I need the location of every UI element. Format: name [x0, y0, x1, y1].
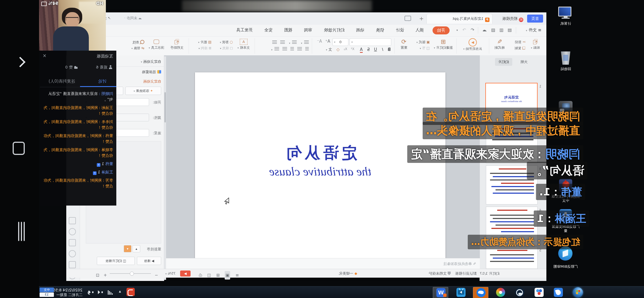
ribbon-tab-animation[interactable]: 动画	[356, 28, 364, 33]
taskbar-app-wps[interactable]: W	[433, 287, 448, 298]
feedback-balloon-icon[interactable]	[404, 16, 411, 21]
underline-button[interactable]: U	[374, 47, 377, 52]
desktop-icon-recycle-bin[interactable]: 回收站	[551, 51, 580, 71]
add-effect-button[interactable]: ✦ 添加效果 ▾	[125, 87, 161, 95]
volume-icon[interactable]	[89, 290, 93, 294]
taskbar-app-classroom[interactable]	[453, 287, 468, 298]
reading-view-button[interactable]: ◫	[207, 271, 211, 280]
new-tab-button[interactable]: +	[419, 15, 424, 22]
more-caret-icon[interactable]: ▾	[456, 29, 458, 32]
bullet-numbering-row[interactable]: ▾ ▾	[257, 40, 309, 45]
zoom-in-button[interactable]: +	[103, 271, 107, 280]
copy-button[interactable]: ❏ 复制	[515, 46, 525, 50]
tab-mic-list[interactable]: 连麦列表(0人)	[49, 79, 75, 84]
play-from-current-button[interactable]: ▶ 从当前开始 ▾	[459, 38, 486, 51]
taskbar-app-thunder[interactable]	[551, 287, 565, 298]
reorder-up-button[interactable]: ▴	[133, 245, 140, 252]
arrange-button[interactable]: ≣ 排列 ▾	[199, 46, 211, 51]
taskbar-app-browser-dark[interactable]	[512, 287, 527, 298]
taskbar-app-360-browser[interactable]	[493, 287, 508, 298]
present-tools-button[interactable]: 🖵演示工具 ▾	[148, 38, 165, 50]
image-button[interactable]: ▤ 图片 ▾	[198, 40, 211, 45]
ribbon-tab-design[interactable]: 设计	[396, 28, 404, 33]
phonetic-guide-button[interactable]: 文 ▾	[326, 47, 332, 52]
properties-icon[interactable]	[69, 217, 76, 224]
subscript-button[interactable]: X₂	[344, 47, 347, 51]
fill-button[interactable]: ◻ 填充 ▾	[220, 46, 233, 51]
paste-button[interactable]: ⎗粘贴 ▾	[528, 38, 543, 50]
collapse-chevron-icon[interactable]	[15, 57, 25, 67]
play-button[interactable]: ▶ 播放	[137, 257, 161, 265]
network-icon[interactable]	[107, 290, 113, 295]
mute-speaker-icon[interactable]	[98, 290, 103, 294]
cloud-save-icon[interactable]: ☁	[483, 27, 487, 32]
section-button[interactable]: ◫ 节 ▾	[420, 46, 430, 51]
notes-toggle-icon[interactable]: ≡	[235, 271, 239, 280]
taskbar-app-dingtalk[interactable]	[473, 287, 488, 298]
home-tab-button[interactable]: 首页	[527, 15, 543, 23]
template-name[interactable]: 默认设计模板	[455, 269, 477, 278]
redo-icon[interactable]: ↷	[463, 27, 466, 32]
font-name-combobox[interactable]: ▾	[349, 38, 391, 46]
ribbon-tab-review[interactable]: 审阅	[304, 28, 312, 33]
tab-outline[interactable]: 大纲	[517, 58, 531, 66]
alignment-row[interactable]: ▾	[257, 47, 309, 52]
document-protect-status[interactable]: 文档未保护	[429, 269, 451, 278]
italic-button[interactable]: I	[382, 47, 384, 52]
slideshow-play-red-button[interactable]: ▶	[180, 270, 191, 277]
zoom-percent[interactable]: 75% ▾	[165, 269, 176, 278]
drag-handle-icon[interactable]	[16, 222, 25, 242]
ime-language-badge[interactable]: 中文	[40, 288, 54, 292]
start-button[interactable]	[573, 287, 583, 297]
ribbon-tab-view[interactable]: 视图	[284, 28, 292, 33]
print-icon[interactable]: ▥	[499, 27, 503, 32]
reorder-down-button[interactable]: ▾	[124, 245, 131, 252]
ribbon-tab-devtools[interactable]: 开发工具	[236, 28, 253, 33]
close-icon[interactable]: ×	[43, 53, 46, 58]
desktop-icon-computer[interactable]: 计算机	[551, 6, 580, 26]
projector-icon[interactable]: ⎙	[199, 271, 202, 280]
cut-button[interactable]: ✂ 剪切	[515, 40, 525, 44]
tab-slides[interactable]: 幻灯片	[495, 58, 512, 66]
zoom-slider-thumb[interactable]	[130, 272, 134, 276]
normal-view-button[interactable]: ▣	[225, 271, 230, 280]
undo-icon[interactable]: ↶	[471, 27, 474, 32]
ime-secondary-badge[interactable]: 13	[40, 292, 54, 297]
font-color-button[interactable]: A	[360, 47, 363, 53]
increase-font-icon[interactable]: A⁺	[325, 39, 330, 44]
strikethrough-button[interactable]: S	[367, 47, 370, 52]
tab-discussion[interactable]: 讨论	[98, 79, 106, 84]
notes-bar[interactable]: ✎ 单击此处添加备注	[164, 258, 480, 269]
textbox-button[interactable]: A 文本框 ▾	[236, 38, 252, 50]
pane-scrollbar[interactable]	[164, 56, 166, 280]
superscript-button[interactable]: X²	[351, 47, 354, 51]
docer-template-tab[interactable]: 稻稻壳模板	[502, 15, 523, 23]
format-painter-button[interactable]: ✎格式刷	[492, 38, 507, 50]
slide-thumbnail-5[interactable]	[486, 247, 538, 269]
menu-file[interactable]: ≡ 文件 ▾	[526, 28, 541, 33]
tray-clock[interactable]: 2020/2/24 8:59 二月初二 星期一	[53, 288, 82, 297]
tray-red-app[interactable]	[125, 287, 136, 298]
reset-button[interactable]: ⟲重置	[397, 38, 411, 50]
effects-icon[interactable]	[69, 228, 76, 235]
slide-sorter-view-button[interactable]: ⊞	[216, 271, 220, 280]
chart-icon[interactable]	[69, 261, 76, 268]
save-icon[interactable]: ▤	[508, 27, 512, 32]
replace-button[interactable]: ⇄ 替换 ▾	[131, 46, 144, 51]
timer-icon[interactable]	[69, 250, 76, 257]
decrease-font-icon[interactable]: A⁻	[317, 39, 322, 44]
ribbon-tab-slideshow[interactable]: 幻灯片放映	[324, 28, 345, 33]
media-icon[interactable]	[69, 239, 76, 246]
font-size-combobox[interactable]: 0▾	[332, 38, 348, 46]
preview-icon[interactable]: ▧	[491, 27, 495, 32]
beautify-button[interactable]: ◆ 一键美化	[339, 269, 357, 278]
ribbon-tab-security[interactable]: 安全	[264, 28, 273, 33]
bold-button[interactable]: B	[388, 47, 391, 52]
chat-message-list[interactable]: 闫晓明：欢迎大家来观看直播 “定语从句” 。 王涵彬：刚刚时，来围观你的直播间，…	[44, 91, 113, 192]
document-tab[interactable]: P1定语从句复习.ppt	[426, 14, 492, 24]
layout-button[interactable]: ▣ 版式 ▾	[417, 40, 430, 45]
doc-assistant-button[interactable]: ⎗文档助手	[168, 38, 186, 50]
new-slide-button[interactable]: ⊞新建幻灯片 ▾	[433, 38, 454, 50]
find-button[interactable]: 查找	[133, 40, 144, 45]
taskbar-app-qq-suite[interactable]	[531, 287, 546, 298]
